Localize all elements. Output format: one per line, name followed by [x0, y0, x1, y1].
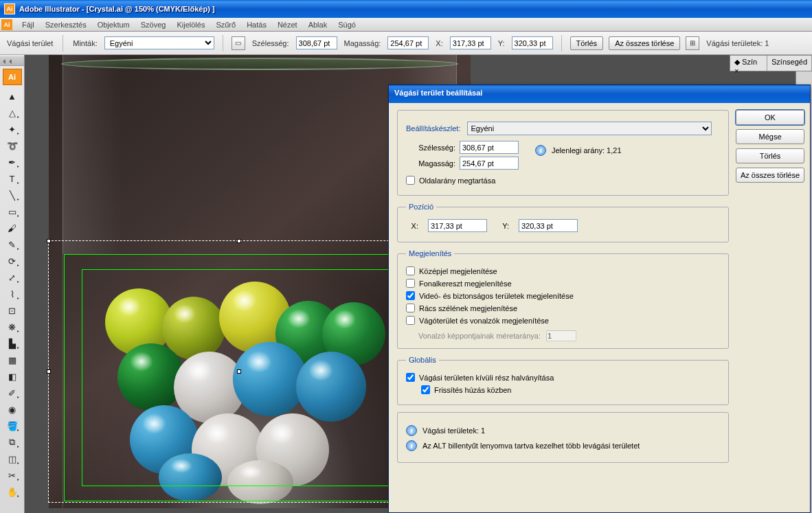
dlg-cancel-button[interactable]: Mégse	[736, 129, 804, 144]
dlg-ratio-text: Jelenlegi arány: 1,21	[552, 146, 622, 155]
dlg-preset-label: Beállításkészlet:	[406, 124, 460, 133]
info-icon: i	[406, 425, 417, 436]
tool-rotate[interactable]: ⟳▸	[4, 253, 21, 269]
ctrl-preset-label: Minták:	[73, 39, 97, 47]
chk-fade[interactable]	[406, 373, 415, 382]
titlebar: Ai Adobe Illustrator - [Crystal.ai @ 150…	[0, 0, 812, 18]
tab-color[interactable]: ◆ Szín ×	[730, 56, 767, 71]
ctrl-width-input[interactable]	[296, 36, 337, 49]
tool-lasso[interactable]: ➰	[4, 138, 21, 153]
tool-blend[interactable]: ◉	[4, 402, 21, 417]
tool-paintbrush[interactable]: 🖌	[4, 220, 21, 236]
info-icon: i	[406, 440, 417, 451]
dlg-width-input[interactable]	[460, 141, 519, 154]
dlg-keep-aspect-label: Oldalarány megtartása	[419, 176, 495, 185]
dlg-disp-legend: Megjelenítés	[406, 249, 454, 258]
menu-effect[interactable]: Hatás	[241, 19, 272, 30]
ctrl-orientation-icon[interactable]: ▭	[232, 36, 245, 50]
menu-filter[interactable]: Szűrő	[210, 19, 241, 30]
chk-safe[interactable]	[406, 291, 415, 300]
tool-direct-select[interactable]: △▸	[4, 105, 21, 120]
tool-eraser[interactable]: ◫▸	[4, 451, 21, 466]
ctrl-delete-all-button[interactable]: Az összes törlése	[609, 36, 680, 50]
ctrl-y-input[interactable]	[512, 36, 553, 49]
tool-selection[interactable]: ▲	[4, 89, 21, 104]
safe-area-inner	[82, 269, 398, 486]
ctrl-area-label: Vágási terület	[7, 39, 53, 47]
dlg-keep-aspect[interactable]	[406, 176, 415, 185]
tool-crop-area[interactable]: ⧉▸	[4, 435, 21, 450]
dlg-global-legend: Globális	[406, 356, 439, 364]
ctrl-y-label: Y:	[498, 39, 505, 47]
menu-object[interactable]: Objektum	[92, 19, 135, 30]
menu-help[interactable]: Súgó	[332, 19, 361, 30]
tool-scissors[interactable]: ✂▸	[4, 468, 21, 483]
ctrl-height-label: Magasság:	[344, 39, 381, 47]
tool-magic-wand[interactable]: ✦▸	[4, 122, 21, 137]
dlg-delete-button[interactable]: Törlés	[736, 148, 804, 163]
menu-view[interactable]: Nézet	[272, 19, 303, 30]
chk-grid[interactable]	[406, 304, 415, 312]
tool-live-paint[interactable]: 🪣▸	[4, 418, 21, 433]
crop-area-dialog: Vágási terület beállításai Beállításkész…	[388, 84, 811, 513]
ctrl-preset-select[interactable]: Egyéni	[104, 36, 214, 49]
chk-cross[interactable]	[406, 279, 415, 288]
menu-window[interactable]: Ablak	[303, 19, 333, 30]
dlg-preset-select[interactable]: Egyéni	[467, 122, 712, 135]
tool-warp[interactable]: ⌇▸	[4, 286, 21, 301]
toolbox: ⏴⏴ Ai ▲ △▸ ✦▸ ➰ ✒▸ T▸ ╲▸ ▭▸ 🖌 ✎▸ ⟳▸ ⤢▸ ⌇…	[0, 55, 25, 513]
tool-mesh[interactable]: ▦	[4, 352, 21, 367]
toolbox-header[interactable]: ⏴⏴	[0, 56, 24, 66]
menu-edit[interactable]: Szerkesztés	[40, 19, 92, 30]
app-title: Adobe Illustrator - [Crystal.ai @ 150% (…	[19, 5, 215, 13]
chk-update-label: Frissítés húzás közben	[434, 386, 512, 394]
dlg-ruler-label: Vonalzó képpontjainak méretaránya:	[418, 332, 541, 340]
menu-file[interactable]: Fájl	[16, 19, 40, 30]
tool-graph[interactable]: ▙▸	[4, 336, 21, 351]
menu-app-icon: Ai	[1, 19, 12, 30]
dlg-y-label: Y:	[497, 222, 509, 230]
tool-symbol-sprayer[interactable]: ❋▸	[4, 319, 21, 334]
ctrl-x-input[interactable]	[450, 36, 491, 49]
app-icon: Ai	[4, 3, 15, 14]
chk-update[interactable]	[421, 385, 430, 394]
controlbar: Vágási terület Minták: Egyéni ▭ Szélessé…	[0, 32, 812, 55]
tool-pencil[interactable]: ✎▸	[4, 237, 21, 252]
dlg-height-input[interactable]	[460, 157, 519, 170]
group-display: Megjelenítés Középjel megjelenítése Fona…	[397, 249, 729, 349]
ctrl-width-label: Szélesség:	[252, 39, 289, 47]
group-global: Globális Vágási területen kívüli rész ha…	[397, 356, 729, 405]
tool-rectangle[interactable]: ▭▸	[4, 204, 21, 219]
tool-pen[interactable]: ✒▸	[4, 155, 21, 170]
menu-type[interactable]: Szöveg	[135, 19, 172, 30]
dlg-pos-legend: Pozíció	[406, 203, 436, 211]
ctrl-delete-button[interactable]: Törlés	[570, 36, 604, 50]
dlg-ruler-input	[546, 330, 576, 341]
tool-scale[interactable]: ⤢▸	[4, 270, 21, 285]
dlg-ok-button[interactable]: OK	[736, 110, 804, 125]
menubar: Ai Fájl Szerkesztés Objektum Szöveg Kije…	[0, 18, 812, 32]
tool-type[interactable]: T▸	[4, 171, 21, 186]
tool-eyedropper[interactable]: ✐▸	[4, 385, 21, 400]
tool-hand[interactable]: ✋▸	[4, 484, 21, 499]
dlg-y-input[interactable]	[519, 219, 578, 232]
dlg-delete-all-button[interactable]: Az összes törlése	[736, 168, 804, 183]
chk-center-label: Középjel megjelenítése	[419, 267, 497, 275]
tab-color-guide[interactable]: Színsegéd	[767, 56, 812, 71]
right-panel-tabs[interactable]: ◆ Szín × Színsegéd	[730, 55, 812, 71]
tool-free-transform[interactable]: ⊡	[4, 303, 21, 318]
info-count: Vágási területek: 1	[422, 426, 485, 435]
chk-safe-label: Videó- és biztonságos területek megjelen…	[419, 292, 574, 300]
group-preset-size: Beállításkészlet: Egyéni Szélesség: Maga…	[397, 110, 729, 196]
ctrl-height-input[interactable]	[387, 36, 429, 49]
tool-line[interactable]: ╲▸	[4, 187, 21, 203]
group-info: iVágási területek: 1 iAz ALT billentyűt …	[397, 412, 729, 463]
ctrl-options-icon[interactable]: ⊞	[686, 36, 699, 50]
chk-center[interactable]	[406, 266, 415, 275]
dlg-x-input[interactable]	[428, 219, 487, 232]
dlg-width-label: Szélesség:	[406, 144, 455, 152]
menu-select[interactable]: Kijelölés	[171, 19, 210, 30]
ctrl-x-label: X:	[436, 39, 442, 47]
chk-rulers[interactable]	[406, 316, 415, 325]
tool-gradient[interactable]: ◧	[4, 369, 21, 384]
